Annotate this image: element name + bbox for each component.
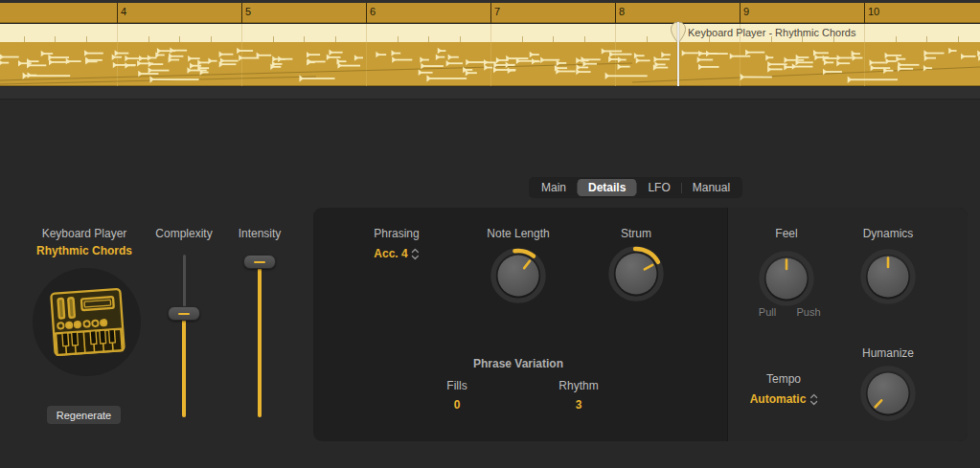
- keyboard-synth-icon[interactable]: [31, 266, 143, 378]
- beat-barline: [615, 24, 616, 42]
- fills-label: Fills: [446, 379, 467, 392]
- phrase-variation-title: Phrase Variation: [473, 357, 563, 370]
- humanize-knob[interactable]: [857, 363, 919, 424]
- feel-pull-label: Pull: [759, 306, 776, 318]
- dynamics-knob[interactable]: [857, 246, 919, 307]
- humanize-label: Humanize: [862, 346, 914, 360]
- tempo-label: Tempo: [766, 372, 801, 386]
- dynamics-label: Dynamics: [863, 227, 914, 240]
- strum-knob[interactable]: [605, 243, 667, 304]
- stepper-chevrons-icon: [809, 393, 817, 406]
- bar-number: 5: [241, 6, 251, 17]
- note-length-label: Note Length: [487, 227, 549, 240]
- beat-barline: [366, 24, 367, 42]
- slider-fill: [182, 317, 186, 417]
- slider-handle[interactable]: [168, 306, 200, 321]
- tempo-value: Automatic: [750, 392, 807, 406]
- rhythm-value[interactable]: 3: [576, 398, 582, 412]
- rhythm-label: Rhythm: [558, 379, 598, 392]
- complexity-slider[interactable]: [167, 255, 201, 417]
- tab-manual[interactable]: Manual: [682, 179, 741, 196]
- region-label: Keyboard Player - Rhythmic Chords: [688, 27, 855, 38]
- player-style-value[interactable]: Rhythmic Chords: [0, 244, 169, 257]
- feel-push-label: Push: [796, 306, 820, 318]
- bar-number: 4: [117, 6, 126, 17]
- phrasing-label: Phrasing: [374, 227, 419, 240]
- playhead-line[interactable]: [677, 22, 679, 86]
- bar-number: 10: [864, 6, 879, 17]
- feel-knob[interactable]: [756, 248, 817, 309]
- strum-label: Strum: [621, 227, 651, 240]
- beat-barline: [117, 24, 118, 42]
- bar-number: 9: [740, 6, 749, 17]
- tab-details[interactable]: Details: [578, 179, 636, 196]
- tab-lfo[interactable]: LFO: [637, 179, 680, 196]
- timeline-area: 45678910 Keyboard Player - Rhythmic Chor…: [0, 0, 980, 100]
- editor-tab-bar: Main Details LFO Manual: [529, 177, 742, 198]
- bar-number: 6: [366, 6, 376, 17]
- tempo-stepper[interactable]: Automatic: [750, 392, 818, 406]
- phrasing-value: Acc. 4: [374, 247, 407, 260]
- slider-fill: [258, 265, 262, 417]
- bar-number: 8: [615, 6, 625, 17]
- midi-region-rhythmic-chords[interactable]: [0, 42, 980, 86]
- intensity-label: Intensity: [212, 227, 308, 240]
- bar-number: 7: [490, 6, 500, 17]
- regenerate-button[interactable]: Regenerate: [47, 406, 121, 424]
- tab-main[interactable]: Main: [531, 179, 577, 196]
- stepper-chevrons-icon: [412, 248, 420, 260]
- phrasing-stepper[interactable]: Acc. 4: [374, 247, 419, 260]
- details-panel-right-section: [727, 208, 968, 441]
- beat-barline: [864, 24, 865, 42]
- bar-ruler[interactable]: 45678910: [0, 3, 980, 23]
- fills-value[interactable]: 0: [454, 398, 461, 412]
- track-lane-gap: [0, 87, 980, 100]
- intensity-slider[interactable]: [242, 255, 277, 417]
- slider-handle[interactable]: [243, 255, 276, 269]
- note-length-knob[interactable]: [488, 245, 549, 306]
- feel-label: Feel: [775, 227, 797, 240]
- beat-barline: [490, 24, 491, 42]
- beat-barline: [241, 24, 242, 42]
- midi-notes-preview: [0, 42, 980, 86]
